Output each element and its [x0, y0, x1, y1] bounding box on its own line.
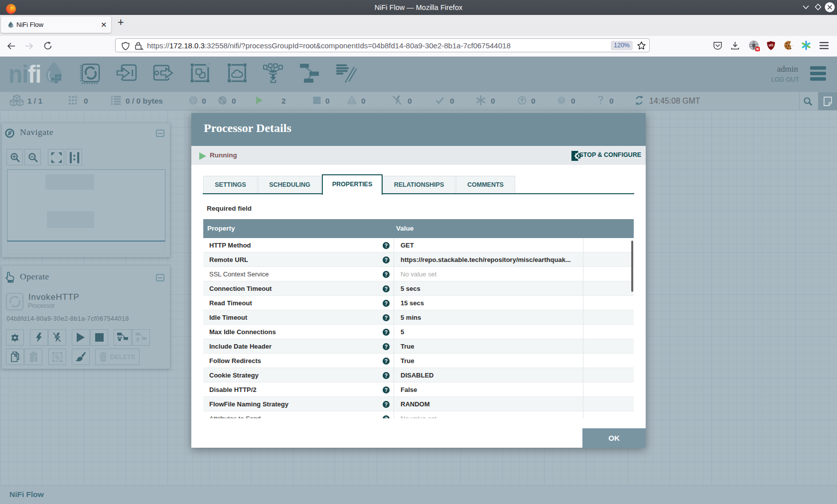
svg-text:uO: uO — [769, 43, 773, 47]
